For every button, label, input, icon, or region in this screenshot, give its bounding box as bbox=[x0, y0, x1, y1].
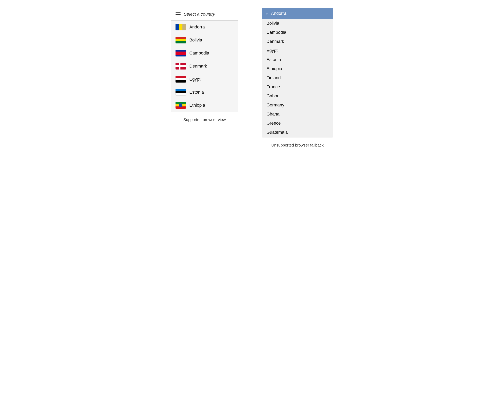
list-item[interactable]: Germany bbox=[262, 100, 333, 110]
list-item[interactable]: Bolivia bbox=[171, 34, 238, 47]
country-name: Cambodia bbox=[189, 51, 209, 56]
left-panel: Select a country AndorraBoliviaCambodiaD… bbox=[171, 8, 238, 122]
flag-ethiopia bbox=[175, 102, 186, 109]
list-item[interactable]: Guatemala bbox=[262, 128, 333, 137]
flag-egypt bbox=[175, 76, 186, 82]
custom-select[interactable]: Select a country AndorraBoliviaCambodiaD… bbox=[171, 8, 238, 112]
flag-denmark bbox=[175, 63, 186, 70]
left-panel-caption: Supported browser view bbox=[183, 117, 226, 122]
list-item[interactable]: Gabon bbox=[262, 91, 333, 100]
country-name: Denmark bbox=[189, 64, 207, 69]
list-item[interactable]: Estonia bbox=[171, 86, 238, 99]
list-item[interactable]: Denmark bbox=[171, 60, 238, 73]
list-item[interactable]: Bolivia bbox=[262, 19, 333, 28]
list-item[interactable]: Guinea bbox=[262, 137, 333, 137]
list-item[interactable]: Egypt bbox=[262, 46, 333, 55]
right-panel-caption: Unsupported browser fallback bbox=[271, 143, 324, 147]
list-item[interactable]: Cambodia bbox=[171, 47, 238, 60]
custom-select-dropdown[interactable]: AndorraBoliviaCambodiaDenmarkEgyptEstoni… bbox=[171, 20, 238, 112]
list-item[interactable]: Egypt bbox=[171, 73, 238, 86]
list-item[interactable]: Andorra bbox=[171, 21, 238, 34]
country-name: Egypt bbox=[189, 77, 200, 82]
flag-cambodia bbox=[175, 50, 186, 57]
list-item[interactable]: Ethiopia bbox=[171, 99, 238, 112]
select-placeholder: Select a country bbox=[184, 12, 215, 17]
list-item[interactable]: Cambodia bbox=[262, 28, 333, 37]
right-panel: ✓ Andorra BoliviaCambodiaDenmarkEgyptEst… bbox=[262, 8, 333, 147]
custom-select-trigger[interactable]: Select a country bbox=[171, 8, 238, 20]
selected-country-label: Andorra bbox=[271, 11, 286, 16]
checkmark-icon: ✓ bbox=[266, 11, 269, 16]
hamburger-icon bbox=[175, 12, 181, 16]
list-item[interactable]: Estonia bbox=[262, 55, 333, 64]
list-item[interactable]: France bbox=[262, 82, 333, 91]
country-name: Estonia bbox=[189, 90, 204, 95]
flag-andorra bbox=[175, 24, 186, 30]
list-item[interactable]: Finland bbox=[262, 73, 333, 82]
native-select-selected-item[interactable]: ✓ Andorra bbox=[262, 8, 333, 19]
list-item[interactable]: Greece bbox=[262, 119, 333, 128]
country-name: Bolivia bbox=[189, 38, 202, 43]
country-name: Andorra bbox=[189, 24, 205, 30]
native-select-list[interactable]: BoliviaCambodiaDenmarkEgyptEstoniaEthiop… bbox=[262, 19, 333, 137]
flag-estonia bbox=[175, 89, 186, 96]
native-select[interactable]: ✓ Andorra BoliviaCambodiaDenmarkEgyptEst… bbox=[262, 8, 333, 137]
list-item[interactable]: Ghana bbox=[262, 110, 333, 119]
list-item[interactable]: Ethiopia bbox=[262, 64, 333, 73]
flag-bolivia bbox=[175, 37, 186, 43]
country-name: Ethiopia bbox=[189, 103, 205, 108]
page-container: Select a country AndorraBoliviaCambodiaD… bbox=[143, 8, 361, 147]
list-item[interactable]: Denmark bbox=[262, 37, 333, 46]
